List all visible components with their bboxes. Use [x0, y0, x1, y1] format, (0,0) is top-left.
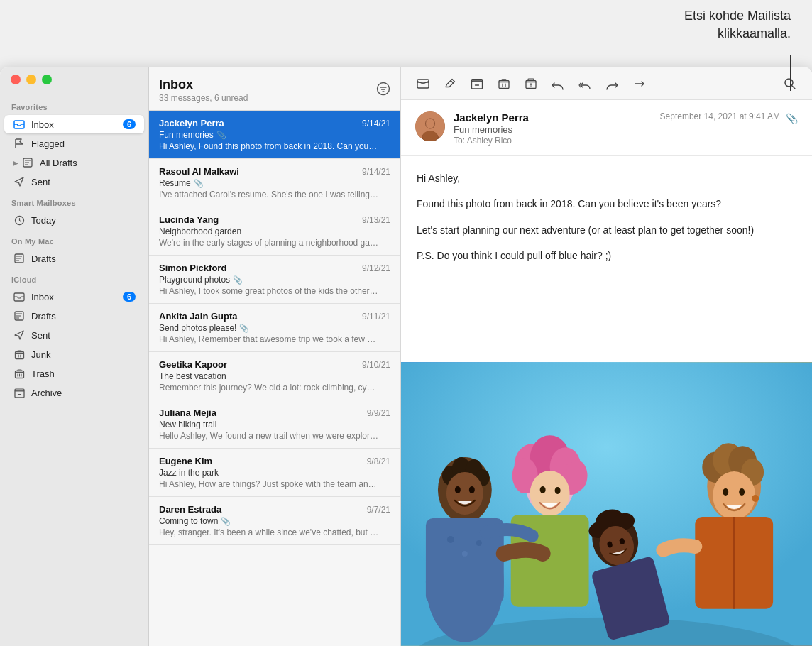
more-button[interactable] [628, 73, 649, 94]
email-date: September 14, 2021 at 9:41 AM [660, 111, 780, 121]
sender-avatar [415, 111, 445, 141]
sidebar: Favorites Inbox 6 Flagged ▶ [0, 67, 149, 646]
svg-rect-13 [472, 79, 483, 82]
email-to: To: Ashley Rico [454, 136, 652, 146]
reply-button[interactable] [547, 73, 569, 94]
msg-subject: Coming to town 📎 [159, 516, 390, 526]
archive-button[interactable] [466, 73, 488, 94]
attachment-icon: 📎 [221, 517, 231, 526]
sidebar-item-drafts-local[interactable]: Drafts [4, 249, 144, 268]
msg-preview: Hi Ashley, Found this photo from back in… [159, 141, 379, 151]
msg-subject: Resume 📎 [159, 178, 390, 188]
icloud-label: iCloud [0, 268, 148, 287]
message-item[interactable]: Geetika Kapoor 9/10/21 The best vacation… [149, 352, 400, 400]
msg-subject: Playground photos 📎 [159, 275, 390, 285]
msg-date: 9/9/21 [367, 408, 390, 418]
on-my-mac-label: On My Mac [0, 230, 148, 248]
email-from: Jackelyn Perra [454, 111, 652, 124]
delete-button[interactable] [493, 73, 515, 94]
msg-preview: Hello Ashley, We found a new trail when … [159, 431, 379, 441]
sidebar-inbox-label: Inbox [31, 119, 123, 130]
email-body: Hi Ashley, Found this photo from back in… [401, 156, 812, 362]
inbox-icon [13, 118, 26, 131]
sidebar-item-inbox[interactable]: Inbox 6 [4, 115, 144, 133]
message-item[interactable]: Lucinda Yang 9/13/21 Neighborhood garden… [149, 207, 400, 256]
email-header: Jackelyn Perra Fun memories To: Ashley R… [401, 100, 812, 156]
icloud-archive-icon [13, 386, 26, 399]
new-message-button[interactable] [412, 73, 434, 94]
inbox-title: Inbox [159, 77, 248, 92]
sidebar-item-flagged[interactable]: Flagged [4, 134, 144, 153]
sidebar-icloud-archive-label: Archive [31, 388, 136, 398]
reply-all-button[interactable] [574, 73, 596, 94]
msg-date: 9/7/21 [367, 505, 390, 515]
inbox-subtitle: 33 messages, 6 unread [159, 93, 248, 103]
sidebar-item-icloud-trash[interactable]: Trash [4, 364, 144, 383]
sidebar-item-icloud-inbox[interactable]: Inbox 6 [4, 288, 144, 306]
svg-point-31 [455, 486, 461, 493]
message-item[interactable]: Eugene Kim 9/8/21 Jazz in the park Hi As… [149, 449, 400, 497]
email-photo [401, 362, 812, 646]
sidebar-item-sent[interactable]: Sent [4, 173, 144, 191]
sent-icon [13, 175, 26, 188]
junk-button[interactable] [520, 73, 542, 94]
msg-sender: Simon Pickford [159, 263, 226, 273]
svg-point-10 [378, 82, 390, 94]
msg-sender: Geetika Kapoor [159, 359, 227, 370]
close-button[interactable] [11, 75, 21, 84]
message-list-panel: Inbox 33 messages, 6 unread Jackelyn Per… [149, 67, 401, 646]
maximize-button[interactable] [42, 75, 52, 84]
svg-point-62 [713, 471, 755, 520]
msg-sender: Rasoul Al Malkawi [159, 166, 239, 177]
sidebar-item-icloud-sent[interactable]: Sent [4, 326, 144, 344]
svg-point-17 [785, 79, 793, 87]
msg-preview: I've attached Carol's resume. She's the … [159, 190, 379, 199]
msg-sender: Juliana Mejia [159, 407, 216, 418]
icloud-drafts-icon [13, 310, 26, 322]
message-item[interactable]: Simon Pickford 9/12/21 Playground photos… [149, 256, 400, 304]
mail-window: Favorites Inbox 6 Flagged ▶ [0, 67, 812, 646]
drafts-local-icon [13, 252, 26, 265]
msg-subject: Fun memories 📎 [159, 130, 390, 140]
msg-date: 9/14/21 [362, 167, 390, 177]
msg-date: 9/13/21 [362, 215, 390, 225]
sidebar-item-icloud-junk[interactable]: Junk [4, 345, 144, 363]
svg-point-64 [739, 488, 745, 496]
sidebar-item-icloud-archive[interactable]: Archive [4, 383, 144, 402]
msg-date: 9/8/21 [367, 456, 390, 466]
expand-icon: ▶ [13, 159, 18, 167]
sidebar-today-label: Today [31, 215, 136, 226]
forward-button[interactable] [601, 73, 622, 94]
message-list-header: Inbox 33 messages, 6 unread [149, 67, 400, 111]
message-item[interactable]: Jackelyn Perra 9/14/21 Fun memories 📎 Hi… [149, 111, 400, 159]
msg-sender: Lucinda Yang [159, 214, 219, 225]
msg-preview: We're in the early stages of planning a … [159, 238, 379, 248]
svg-point-21 [426, 119, 434, 128]
sidebar-item-icloud-drafts[interactable]: Drafts [4, 307, 144, 325]
favorites-label: Favorites [0, 96, 148, 114]
attachment-icon: 📎 [233, 275, 243, 285]
message-item[interactable]: Ankita Jain Gupta 9/11/21 Send photos pl… [149, 304, 400, 352]
tooltip-line1: Etsi kohde Mailista [684, 7, 791, 25]
msg-subject: Jazz in the park [159, 468, 390, 478]
message-item[interactable]: Daren Estrada 9/7/21 Coming to town 📎 He… [149, 497, 400, 545]
message-item[interactable]: Rasoul Al Malkawi 9/14/21 Resume 📎 I've … [149, 159, 400, 207]
attachment-icon: 📎 [194, 179, 204, 188]
all-drafts-icon [21, 156, 34, 169]
icloud-trash-icon [13, 367, 26, 380]
sidebar-all-drafts-label: All Drafts [40, 158, 136, 168]
svg-point-35 [447, 536, 454, 543]
msg-date: 9/10/21 [362, 360, 390, 370]
filter-icon[interactable] [376, 82, 390, 99]
minimize-button[interactable] [26, 75, 36, 84]
message-item[interactable]: Juliana Mejia 9/9/21 New hiking trail He… [149, 400, 400, 449]
window-traffic-lights [11, 75, 52, 84]
inbox-badge: 6 [123, 119, 136, 129]
sidebar-item-today[interactable]: Today [4, 211, 144, 229]
reading-pane: Jackelyn Perra Fun memories To: Ashley R… [401, 67, 812, 646]
svg-point-44 [566, 460, 588, 491]
compose-button[interactable] [439, 73, 461, 94]
sidebar-item-all-drafts[interactable]: ▶ All Drafts [4, 153, 144, 172]
sidebar-icloud-trash-label: Trash [31, 368, 136, 379]
email-greeting: Hi Ashley, [417, 170, 796, 186]
